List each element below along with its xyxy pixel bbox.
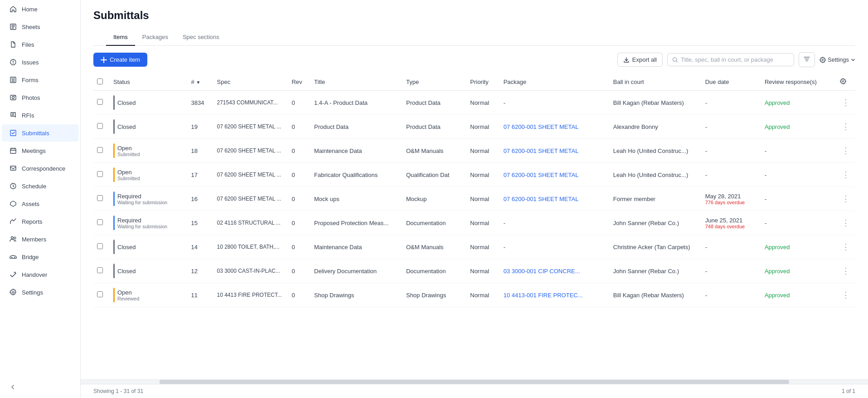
sidebar-item-home[interactable]: Home (2, 0, 78, 18)
tab-items[interactable]: Items (106, 29, 135, 46)
horizontal-scrollbar[interactable] (81, 379, 868, 384)
row-menu-6[interactable]: ⋮ (836, 235, 855, 259)
row-checkbox-7[interactable] (93, 259, 110, 283)
sidebar-label-photos: Photos (22, 94, 40, 101)
create-item-button[interactable]: Create item (93, 53, 147, 67)
sidebar-item-meetings[interactable]: Meetings (2, 142, 78, 159)
select-all-checkbox[interactable] (97, 79, 103, 84)
row-select-1[interactable] (97, 123, 103, 129)
col-priority[interactable]: Priority (466, 74, 499, 91)
row-checkbox-3[interactable] (93, 163, 110, 187)
row-menu-button-5[interactable]: ⋮ (840, 217, 852, 229)
sidebar-item-settings[interactable]: Settings (2, 284, 78, 301)
col-settings[interactable] (836, 74, 855, 91)
sidebar-item-members[interactable]: Members (2, 231, 78, 248)
sidebar-item-handover[interactable]: Handover (2, 266, 78, 283)
sidebar-item-bridge[interactable]: Bridge (2, 248, 78, 265)
col-ball-in-court[interactable]: Ball in court (610, 74, 702, 91)
package-link-1[interactable]: 07 6200-001 SHEET METAL (504, 123, 579, 130)
export-all-button[interactable]: Export all (617, 53, 663, 67)
package-link-2[interactable]: 07 6200-001 SHEET METAL (504, 147, 579, 154)
row-checkbox-5[interactable] (93, 211, 110, 235)
search-input[interactable] (681, 56, 789, 63)
row-menu-button-6[interactable]: ⋮ (840, 241, 852, 253)
sidebar-item-files[interactable]: Files (2, 36, 78, 53)
row-menu-button-7[interactable]: ⋮ (840, 265, 852, 277)
select-all-header[interactable] (93, 74, 110, 91)
sidebar-item-sheets[interactable]: Sheets (2, 18, 78, 35)
row-menu-button-0[interactable]: ⋮ (840, 97, 852, 108)
row-menu-1[interactable]: ⋮ (836, 115, 855, 139)
row-menu-button-1[interactable]: ⋮ (840, 121, 852, 133)
col-rev[interactable]: Rev (288, 74, 310, 91)
row-package-7[interactable]: 03 3000-001 CIP CONCRE... (500, 259, 610, 283)
sidebar-item-rfis[interactable]: RFIs (2, 107, 78, 124)
row-select-4[interactable] (97, 195, 103, 201)
package-link-3[interactable]: 07 6200-001 SHEET METAL (504, 172, 579, 178)
row-menu-4[interactable]: ⋮ (836, 187, 855, 211)
row-menu-3[interactable]: ⋮ (836, 163, 855, 187)
row-type-2: O&M Manuals (402, 139, 466, 163)
tab-spec-sections[interactable]: Spec sections (175, 29, 227, 46)
row-menu-7[interactable]: ⋮ (836, 259, 855, 283)
sidebar-item-submittals[interactable]: Submittals (2, 124, 78, 142)
row-menu-button-4[interactable]: ⋮ (840, 193, 852, 205)
row-rev-0: 0 (288, 91, 310, 115)
row-checkbox-1[interactable] (93, 115, 110, 139)
col-num[interactable]: # ▼ (188, 74, 213, 91)
row-checkbox-6[interactable] (93, 235, 110, 259)
sidebar-collapse-button[interactable] (7, 380, 73, 394)
row-priority-2: Normal (466, 139, 499, 163)
row-select-0[interactable] (97, 99, 103, 105)
filter-button[interactable] (799, 52, 815, 67)
members-icon (9, 235, 17, 243)
row-menu-button-3[interactable]: ⋮ (840, 169, 852, 181)
row-package-8[interactable]: 10 4413-001 FIRE PROTEC... (500, 283, 610, 307)
package-link-8[interactable]: 10 4413-001 FIRE PROTEC... (504, 292, 583, 299)
row-menu-button-2[interactable]: ⋮ (840, 145, 852, 157)
row-select-7[interactable] (97, 267, 103, 273)
scrollbar-thumb[interactable] (160, 380, 790, 384)
settings-button[interactable]: Settings (820, 56, 855, 63)
tab-packages[interactable]: Packages (135, 29, 175, 46)
svg-point-5 (15, 96, 15, 97)
package-link-4[interactable]: 07 6200-001 SHEET METAL (504, 196, 579, 202)
row-spec-6: 10 2800 TOILET, BATH,... (213, 235, 288, 259)
sidebar-item-correspondence[interactable]: Correspondence (2, 160, 78, 177)
row-menu-5[interactable]: ⋮ (836, 211, 855, 235)
row-menu-0[interactable]: ⋮ (836, 91, 855, 115)
col-spec[interactable]: Spec (213, 74, 288, 91)
sidebar-item-assets[interactable]: Assets (2, 195, 78, 212)
row-checkbox-0[interactable] (93, 91, 110, 115)
row-select-6[interactable] (97, 243, 103, 249)
col-review-response[interactable]: Review response(s) (761, 74, 836, 91)
row-checkbox-8[interactable] (93, 283, 110, 307)
sidebar-item-schedule[interactable]: Schedule (2, 177, 78, 195)
row-checkbox-2[interactable] (93, 139, 110, 163)
sidebar-item-reports[interactable]: Reports (2, 213, 78, 230)
row-package-4[interactable]: 07 6200-001 SHEET METAL (500, 187, 610, 211)
row-menu-button-8[interactable]: ⋮ (840, 289, 852, 301)
sidebar-item-forms[interactable]: Forms (2, 71, 78, 88)
col-type[interactable]: Type (402, 74, 466, 91)
row-package-2[interactable]: 07 6200-001 SHEET METAL (500, 139, 610, 163)
col-status[interactable]: Status (110, 74, 188, 91)
row-package-1[interactable]: 07 6200-001 SHEET METAL (500, 115, 610, 139)
submittals-table: Status # ▼ Spec Rev Title Type Priority … (93, 74, 855, 307)
meetings-icon (9, 147, 17, 155)
col-title[interactable]: Title (310, 74, 402, 91)
col-package[interactable]: Package (500, 74, 610, 91)
row-checkbox-4[interactable] (93, 187, 110, 211)
row-menu-8[interactable]: ⋮ (836, 283, 855, 307)
row-num-3: 17 (188, 163, 213, 187)
sidebar-item-issues[interactable]: Issues (2, 54, 78, 71)
row-select-8[interactable] (97, 291, 103, 297)
package-link-7[interactable]: 03 3000-001 CIP CONCRE... (504, 268, 580, 275)
col-due-date[interactable]: Due date (702, 74, 761, 91)
row-select-5[interactable] (97, 219, 103, 225)
sidebar-item-photos[interactable]: Photos (2, 89, 78, 106)
row-select-2[interactable] (97, 147, 103, 153)
row-menu-2[interactable]: ⋮ (836, 139, 855, 163)
row-package-3[interactable]: 07 6200-001 SHEET METAL (500, 163, 610, 187)
row-select-3[interactable] (97, 171, 103, 177)
